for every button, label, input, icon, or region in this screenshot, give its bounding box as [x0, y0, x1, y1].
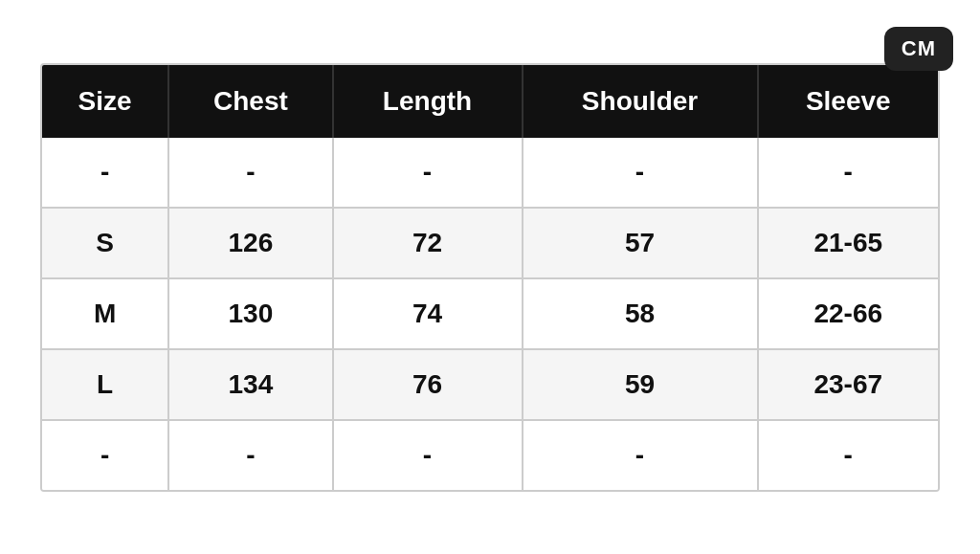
size-chart-table-wrapper: SizeChestLengthShoulderSleeve -----S1267… — [40, 63, 940, 492]
table-row: M130745822-66 — [42, 278, 938, 349]
header-row: SizeChestLengthShoulderSleeve — [42, 65, 938, 138]
table-cell: 72 — [333, 208, 523, 278]
table-row: ----- — [42, 420, 938, 490]
table-cell: - — [523, 420, 758, 490]
table-cell: - — [42, 138, 168, 208]
table-cell: 59 — [523, 349, 758, 420]
table-cell: - — [758, 420, 938, 490]
table-cell: 21-65 — [758, 208, 938, 278]
table-cell: 126 — [168, 208, 332, 278]
header-cell-chest: Chest — [168, 65, 332, 138]
table-cell: - — [168, 138, 332, 208]
header-cell-shoulder: Shoulder — [523, 65, 758, 138]
table-body: -----S126725721-65M130745822-66L13476592… — [42, 138, 938, 490]
table-cell: 134 — [168, 349, 332, 420]
table-cell: - — [333, 138, 523, 208]
table-cell: - — [758, 138, 938, 208]
header-cell-size: Size — [42, 65, 168, 138]
size-chart-table: SizeChestLengthShoulderSleeve -----S1267… — [42, 65, 938, 490]
unit-badge: CM — [884, 27, 953, 71]
table-cell: - — [42, 420, 168, 490]
table-cell: 76 — [333, 349, 523, 420]
header-cell-length: Length — [333, 65, 523, 138]
table-cell: 74 — [333, 278, 523, 349]
table-cell: 130 — [168, 278, 332, 349]
table-row: L134765923-67 — [42, 349, 938, 420]
table-cell: 58 — [523, 278, 758, 349]
table-cell: 23-67 — [758, 349, 938, 420]
table-cell: M — [42, 278, 168, 349]
table-header: SizeChestLengthShoulderSleeve — [42, 65, 938, 138]
table-cell: - — [333, 420, 523, 490]
table-cell: - — [168, 420, 332, 490]
table-row: S126725721-65 — [42, 208, 938, 278]
table-cell: 22-66 — [758, 278, 938, 349]
table-cell: 57 — [523, 208, 758, 278]
table-cell: - — [523, 138, 758, 208]
table-row: ----- — [42, 138, 938, 208]
table-cell: S — [42, 208, 168, 278]
header-cell-sleeve: Sleeve — [758, 65, 938, 138]
table-cell: L — [42, 349, 168, 420]
